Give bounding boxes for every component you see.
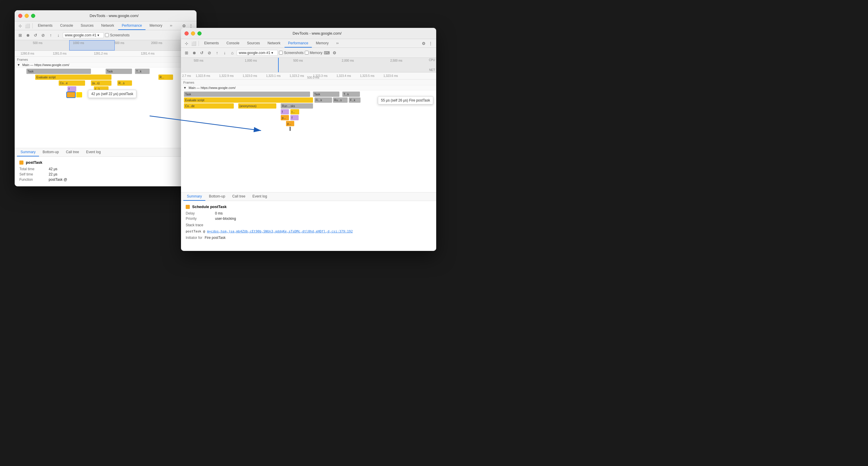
summary-tab-eventlog-1[interactable]: Event log xyxy=(83,148,104,156)
keyboard-icon-2[interactable]: ⌨ xyxy=(323,50,330,56)
upload-icon-2[interactable]: ↑ xyxy=(214,50,220,56)
ts-4: 1281.4 ms xyxy=(141,52,155,55)
task-block-23[interactable]: T...k xyxy=(342,92,360,97)
anon-block-21[interactable]: (anonymous) xyxy=(238,103,276,109)
screenshots-checkbox-1[interactable]: Screenshots xyxy=(105,33,130,37)
tab-console-1[interactable]: Console xyxy=(57,22,76,30)
priority-row: Priority user-blocking xyxy=(186,216,432,221)
memory-checkbox-2[interactable]: Memory xyxy=(305,51,322,55)
task-block-1[interactable]: Task xyxy=(26,69,91,74)
code-block-21[interactable]: Co...de xyxy=(184,103,234,109)
summary-title-1: postTask xyxy=(19,160,192,165)
tab-console-2[interactable]: Console xyxy=(223,39,243,48)
tab-memory-2[interactable]: Memory xyxy=(312,39,332,48)
inspect-icon[interactable]: ⊹ xyxy=(17,23,24,29)
f-block-1[interactable]: f xyxy=(67,86,76,92)
tab-elements-1[interactable]: Elements xyxy=(34,22,56,30)
vertical-marker xyxy=(289,127,291,131)
separator xyxy=(32,23,33,28)
stack-trace-link[interactable]: m=cdos,hsm,jsa,mb4ZUb,cEt90b,SNUn3,qddgK… xyxy=(207,230,353,233)
fk-block[interactable]: F...k xyxy=(349,97,361,103)
tab-more-1[interactable]: ›› xyxy=(166,22,176,30)
tab-more-2[interactable]: ›› xyxy=(333,39,342,48)
maximize-button-2[interactable] xyxy=(197,31,202,35)
fi-block[interactable]: Fi...k xyxy=(314,97,332,103)
inspect-icon-2[interactable]: ⊹ xyxy=(183,40,190,47)
record-icon-2[interactable]: ⏺ xyxy=(191,50,197,56)
summary-tab-bottomup-1[interactable]: Bottom-up xyxy=(39,148,62,156)
url-selector-2[interactable]: www.google.com #1 ▾ xyxy=(237,50,278,56)
task-block-3[interactable]: T...k xyxy=(135,69,150,74)
summary-tab-calltree-1[interactable]: Call tree xyxy=(62,148,83,156)
overview-bar-2: CPU NET 500 ms 1,000 ms 500 ms 2,000 ms … xyxy=(181,58,436,72)
panel-icon-2[interactable]: ⊞ xyxy=(183,50,190,56)
memory-check-2[interactable] xyxy=(305,51,309,55)
device-icon[interactable]: ⬜ xyxy=(24,23,31,29)
r-block-1[interactable]: R... xyxy=(158,75,173,80)
rs-block-1[interactable]: R...s xyxy=(117,80,132,86)
tab-performance-1[interactable]: Performance xyxy=(118,22,146,30)
more-icon-2[interactable]: ⋮ xyxy=(427,40,434,47)
panel-icon-1[interactable]: ⊞ xyxy=(17,32,24,38)
minimize-button-1[interactable] xyxy=(25,14,29,18)
ov-2500: 2,500 ms xyxy=(390,59,402,62)
tab-performance-2[interactable]: Performance xyxy=(284,39,312,48)
summary-tab-eventlog-2[interactable]: Event log xyxy=(249,193,271,201)
code-block-1[interactable]: Co...e xyxy=(59,80,85,86)
close-button-1[interactable] xyxy=(18,14,22,18)
evaluate-block-2[interactable]: Evaluate script xyxy=(184,97,313,103)
clear-icon-2[interactable]: ⊘ xyxy=(206,50,213,56)
tab-memory-1[interactable]: Memory xyxy=(146,22,166,30)
ts2-9: 1,323.5 ms xyxy=(360,74,374,78)
settings-icon-2[interactable]: ⚙ xyxy=(421,40,427,47)
tab-sources-2[interactable]: Sources xyxy=(244,39,264,48)
timeline-cursor xyxy=(278,58,279,72)
window-title-2: DevTools - www.google.com/ xyxy=(202,31,433,35)
timeline-area-1: 1280.8 ms 1281.0 ms 1281.2 ms 1281.4 ms … xyxy=(15,51,196,148)
task-block-21[interactable]: Task xyxy=(184,92,310,97)
secondary-toolbar-2: ⊞ ⏺ ↺ ⊘ ↑ ↓ ⌂ www.google.com #1 ▾ Screen… xyxy=(181,48,436,58)
screenshots-check-2[interactable] xyxy=(279,51,283,55)
tab-network-1[interactable]: Network xyxy=(98,22,118,30)
upload-icon-1[interactable]: ↑ xyxy=(48,32,54,38)
anon-block-1[interactable]: (a...s) xyxy=(91,80,112,86)
record-icon-1[interactable]: ⏺ xyxy=(25,32,31,38)
task-block-2[interactable]: Task xyxy=(105,69,132,74)
download-icon-2[interactable]: ↓ xyxy=(221,50,228,56)
f-block-22[interactable]: f xyxy=(290,115,299,120)
run-block[interactable]: Ru...s xyxy=(333,97,348,103)
p-block-22[interactable]: p... xyxy=(286,121,294,126)
run-sks-block[interactable]: Run ...sks xyxy=(281,103,313,109)
f-block-21[interactable]: f xyxy=(281,109,289,114)
frames-bar-1: Frames xyxy=(15,57,196,62)
tab-elements-2[interactable]: Elements xyxy=(200,39,222,48)
task-block-22[interactable]: Task xyxy=(313,92,339,97)
selected-block-1[interactable] xyxy=(67,92,75,97)
evaluate-block-1[interactable]: Evaluate script xyxy=(35,75,112,80)
tab-network-2[interactable]: Network xyxy=(264,39,284,48)
titlebar-1: DevTools - www.google.com/ xyxy=(15,10,196,22)
summary-tab-calltree-2[interactable]: Call tree xyxy=(229,193,249,201)
minimize-button-2[interactable] xyxy=(191,31,195,35)
r-block-21[interactable]: r... xyxy=(290,109,299,114)
home-icon-2[interactable]: ⌂ xyxy=(229,50,236,56)
screenshots-check-1[interactable] xyxy=(105,33,109,37)
device-icon-2[interactable]: ⬜ xyxy=(190,40,197,47)
window-controls-2 xyxy=(185,31,202,35)
tab-sources-1[interactable]: Sources xyxy=(77,22,97,30)
adjacent-block-1[interactable] xyxy=(76,92,82,97)
close-button-2[interactable] xyxy=(185,31,189,35)
reload-record-icon-1[interactable]: ↺ xyxy=(32,32,39,38)
summary-tab-summary-2[interactable]: Summary xyxy=(183,193,205,201)
clear-icon-1[interactable]: ⊘ xyxy=(40,32,46,38)
summary-tab-bottomup-2[interactable]: Bottom-up xyxy=(205,193,228,201)
p-block-21[interactable]: p... xyxy=(281,115,289,120)
reload-record-icon-2[interactable]: ↺ xyxy=(198,50,205,56)
screenshots-checkbox-2[interactable]: Screenshots xyxy=(279,51,304,55)
download-icon-1[interactable]: ↓ xyxy=(55,32,62,38)
url-dropdown-icon: ▾ xyxy=(97,33,99,37)
settings-icon-2b[interactable]: ⚙ xyxy=(331,50,338,56)
maximize-button-1[interactable] xyxy=(31,14,35,18)
url-selector-1[interactable]: www.google.com #1 ▾ xyxy=(63,32,104,38)
summary-tab-summary-1[interactable]: Summary xyxy=(17,148,39,156)
